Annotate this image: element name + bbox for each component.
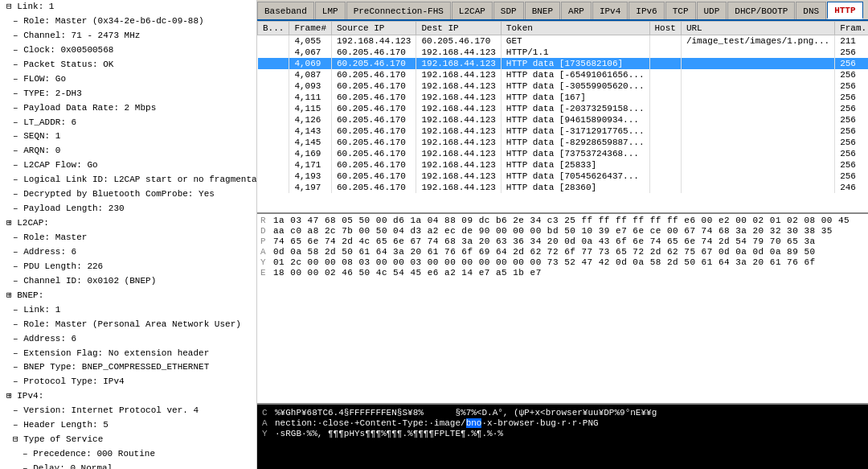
hex-label: Y <box>260 257 273 267</box>
tree-item: – Clock: 0x00500568 <box>0 43 256 58</box>
tree-item: – L2CAP Flow: Go <box>0 158 256 173</box>
tree-item: – Role: Master (0x34-2e-b6-dc-09-88) <box>0 14 256 29</box>
tree-item: – ARQN: 0 <box>0 144 256 158</box>
hex-row: R1a 03 47 68 05 50 00 d6 1a 04 88 09 dc … <box>260 216 865 225</box>
ascii-text: %¥GhP¥68TC6.4§FFFFFFFEN§S¥8% §%7%<D.A°, … <box>275 408 863 418</box>
tab-bnep[interactable]: BNEP <box>525 2 560 19</box>
hex-row: Y01 2c 00 00 08 03 00 00 03 00 00 00 00 … <box>260 257 865 267</box>
tab-l2cap[interactable]: L2CAP <box>452 2 493 19</box>
packet-table: B...Frame#Source IPDest IPTokenHostURLFr… <box>257 21 868 193</box>
tree-item: – LT_ADDR: 6 <box>0 116 256 130</box>
tree-item: – Extension Flag: No extension header <box>0 347 256 361</box>
right-panel: BasebandLMPPreConnection-FHSL2CAPSDPBNEP… <box>257 0 868 469</box>
tab-arp[interactable]: ARP <box>561 2 592 19</box>
tab-sdp[interactable]: SDP <box>493 2 524 19</box>
tree-item: – Role: Master <box>0 231 256 245</box>
tab-preconnection-fhs[interactable]: PreConnection-FHS <box>346 2 451 19</box>
hex-bytes: 0d 0a 58 2d 50 61 64 3a 20 61 76 6f 69 6… <box>273 247 865 257</box>
tree-item: – Version: Internet Protocol ver. 4 <box>0 404 256 418</box>
col-header-dest-ip: Dest IP <box>416 22 501 35</box>
tree-item: ⊟ Link: 1 <box>0 0 256 14</box>
hex-label: E <box>260 268 273 278</box>
tree-item: – Decrypted by Bluetooth ComProbe: Yes <box>0 187 256 202</box>
table-row[interactable]: 4,12660.205.46.170192.168.44.123HTTP dat… <box>258 114 869 125</box>
ascii-label: Y <box>262 429 275 438</box>
col-header-b---: B... <box>258 22 289 35</box>
tree-item[interactable]: ⊞ L2CAP: <box>0 216 256 231</box>
tree-item: – PDU Length: 226 <box>0 260 256 274</box>
hex-row: E18 00 00 02 46 50 4c 54 45 e6 a2 14 e7 … <box>260 268 865 278</box>
tree-item: – Header Length: 5 <box>0 418 256 433</box>
tree-item: – Address: 6 <box>0 332 256 347</box>
table-row[interactable]: 4,14560.205.46.170192.168.44.123HTTP dat… <box>258 137 869 148</box>
tree-item: – Link: 1 <box>0 303 256 318</box>
col-header-fram---: Fram... <box>835 22 868 35</box>
tab-ipv4[interactable]: IPv4 <box>592 2 628 19</box>
col-header-frame-: Frame# <box>289 22 332 35</box>
tree-item[interactable]: ⊞ IPv4: <box>0 389 256 404</box>
tree-item: – TYPE: 2-DH3 <box>0 87 256 101</box>
table-row[interactable]: 4,09360.205.46.170192.168.44.123HTTP dat… <box>258 80 869 92</box>
tree-item: – FLOW: Go <box>0 72 256 87</box>
table-row[interactable]: 4,19360.205.46.170192.168.44.123HTTP dat… <box>258 171 869 182</box>
ascii-row: C%¥GhP¥68TC6.4§FFFFFFFEN§S¥8% §%7%<D.A°,… <box>262 408 863 418</box>
tree-item: – Channel ID: 0x0102 (BNEP) <box>0 274 256 289</box>
table-row[interactable]: 4,11560.205.46.170192.168.44.123HTTP dat… <box>258 103 869 114</box>
tree-item: – Channel: 71 - 2473 MHz <box>0 29 256 43</box>
table-row[interactable]: 4,17160.205.46.170192.168.44.123HTTP dat… <box>258 159 869 171</box>
packet-list[interactable]: B...Frame#Source IPDest IPTokenHostURLFr… <box>257 21 868 214</box>
hex-row: Daa c0 a8 2c 7b 00 50 04 d3 a2 ec de 90 … <box>260 226 865 236</box>
tree-item: – Delay: 0 Normal <box>0 462 256 469</box>
tab-dhcp-bootp[interactable]: DHCP/BOOTP <box>727 2 795 19</box>
hex-bytes: 1a 03 47 68 05 50 00 d6 1a 04 88 09 dc b… <box>273 216 865 225</box>
tree-item[interactable]: ⊟ Type of Service <box>0 433 256 447</box>
tab-ipv6[interactable]: IPv6 <box>628 2 664 19</box>
hex-bytes: 01 2c 00 00 08 03 00 00 03 00 00 00 00 0… <box>273 257 865 267</box>
table-row[interactable]: 4,06960.205.46.170192.168.44.123HTTP dat… <box>258 58 869 69</box>
table-row[interactable]: 4,19760.205.46.170192.168.44.123HTTP dat… <box>258 182 869 193</box>
hex-label: A <box>260 247 273 257</box>
tree-item: – Logical Link ID: L2CAP start or no fra… <box>0 173 256 187</box>
hex-label: R <box>260 216 273 225</box>
col-header-token: Token <box>501 22 649 35</box>
ascii-label: C <box>262 408 275 418</box>
table-row[interactable]: 4,08760.205.46.170192.168.44.123HTTP dat… <box>258 69 869 80</box>
ascii-text: ·sRGB·%%, ¶¶¶pHYs¶¶¶%¶¶¶.%¶¶¶¶FPLTE¶.%¶.… <box>275 429 863 438</box>
tree-item: – Protocol Type: IPv4 <box>0 375 256 389</box>
hex-panel: R1a 03 47 68 05 50 00 d6 1a 04 88 09 dc … <box>257 214 868 405</box>
ascii-panel: C%¥GhP¥68TC6.4§FFFFFFFEN§S¥8% §%7%<D.A°,… <box>257 405 868 469</box>
table-row[interactable]: 4,14360.205.46.170192.168.44.123HTTP dat… <box>258 125 869 137</box>
tab-baseband[interactable]: Baseband <box>257 2 314 19</box>
tree-item: – SEQN: 1 <box>0 130 256 144</box>
ascii-text: nection:·close·+Content-Type:·image/bno·… <box>275 418 863 428</box>
tree-item: – BNEP Type: BNEP_COMPRESSED_ETHERNET <box>0 360 256 375</box>
table-row[interactable]: 4,11160.205.46.170192.168.44.123HTTP dat… <box>258 92 869 103</box>
tree-item: – Payload Length: 230 <box>0 202 256 216</box>
tree-item: – Address: 6 <box>0 245 256 260</box>
hex-label: P <box>260 237 273 246</box>
tab-dns[interactable]: DNS <box>796 2 826 19</box>
hex-row: P74 65 6e 74 2d 4c 65 6e 67 74 68 3a 20 … <box>260 237 865 246</box>
tree-item: – Packet Status: OK <box>0 58 256 72</box>
table-row[interactable]: 4,055192.168.44.12360.205.46.170GET/imag… <box>258 35 869 47</box>
table-row[interactable]: 4,16960.205.46.170192.168.44.123HTTP dat… <box>258 148 869 159</box>
ascii-row: Y·sRGB·%%, ¶¶¶pHYs¶¶¶%¶¶¶.%¶¶¶¶FPLTE¶.%¶… <box>262 429 863 438</box>
tree-item: – Payload Data Rate: 2 Mbps <box>0 101 256 116</box>
tab-http[interactable]: HTTP <box>827 2 862 19</box>
tree-item[interactable]: ⊞ BNEP: <box>0 289 256 303</box>
tree-item: – Precedence: 000 Routine <box>0 447 256 462</box>
left-panel: ⊟ Link: 1– Role: Master (0x34-2e-b6-dc-0… <box>0 0 257 469</box>
col-header-host: Host <box>649 22 681 35</box>
tab-tcp[interactable]: TCP <box>665 2 696 19</box>
tab-lmp[interactable]: LMP <box>315 2 346 19</box>
ascii-row: Anection:·close·+Content-Type:·image/bno… <box>262 418 863 428</box>
hex-bytes: aa c0 a8 2c 7b 00 50 04 d3 a2 ec de 90 0… <box>273 226 865 236</box>
hex-bytes: 74 65 6e 74 2d 4c 65 6e 67 74 68 3a 20 6… <box>273 237 865 246</box>
ascii-label: A <box>262 418 275 428</box>
hex-row: A0d 0a 58 2d 50 61 64 3a 20 61 76 6f 69 … <box>260 247 865 257</box>
tab-udp[interactable]: UDP <box>697 2 727 19</box>
hex-bytes: 18 00 00 02 46 50 4c 54 45 e6 a2 14 e7 a… <box>273 268 865 278</box>
tree-item: – Role: Master (Personal Area Network Us… <box>0 318 256 332</box>
table-row[interactable]: 4,06760.205.46.170192.168.44.123HTTP/1.1… <box>258 47 869 58</box>
tab-bar: BasebandLMPPreConnection-FHSL2CAPSDPBNEP… <box>257 0 868 21</box>
